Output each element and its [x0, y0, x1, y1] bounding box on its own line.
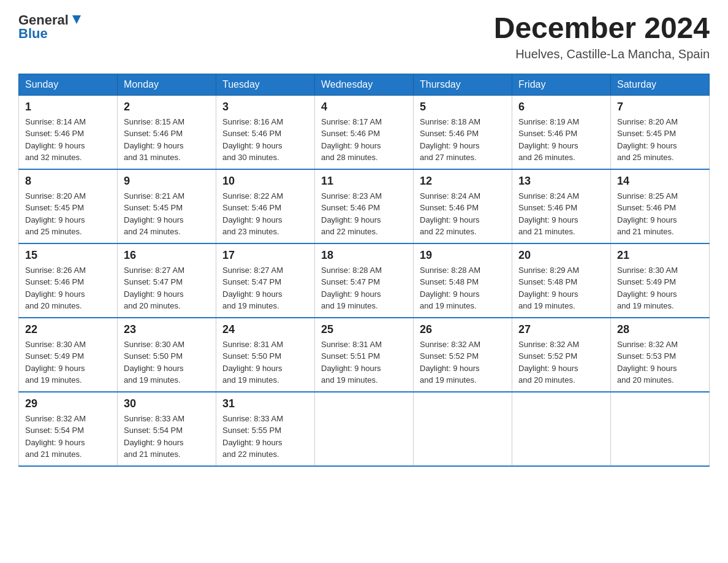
day-number: 26 [420, 323, 506, 336]
title-section: December 2024 Huelves, Castille-La Manch… [494, 12, 710, 61]
day-info: Sunrise: 8:32 AMSunset: 5:52 PMDaylight:… [420, 340, 480, 385]
table-row: 25 Sunrise: 8:31 AMSunset: 5:51 PMDaylig… [315, 318, 414, 392]
table-row: 22 Sunrise: 8:30 AMSunset: 5:49 PMDaylig… [19, 318, 118, 392]
table-row: 7 Sunrise: 8:20 AMSunset: 5:45 PMDayligh… [611, 95, 710, 169]
day-info: Sunrise: 8:28 AMSunset: 5:48 PMDaylight:… [420, 266, 480, 311]
week-row-2: 8 Sunrise: 8:20 AMSunset: 5:45 PMDayligh… [19, 169, 710, 243]
day-number: 28 [617, 323, 703, 336]
table-row: 3 Sunrise: 8:16 AMSunset: 5:46 PMDayligh… [216, 95, 315, 169]
table-row: 2 Sunrise: 8:15 AMSunset: 5:46 PMDayligh… [118, 95, 216, 169]
day-number: 9 [124, 175, 210, 188]
logo-triangle-icon [70, 13, 83, 26]
day-info: Sunrise: 8:23 AMSunset: 5:46 PMDaylight:… [321, 191, 382, 237]
page-header: General Blue December 2024 Huelves, Cast… [18, 12, 710, 61]
week-row-5: 29 Sunrise: 8:32 AMSunset: 5:54 PMDaylig… [19, 392, 710, 466]
week-row-3: 15 Sunrise: 8:26 AMSunset: 5:46 PMDaylig… [19, 243, 710, 318]
table-row: 21 Sunrise: 8:30 AMSunset: 5:49 PMDaylig… [611, 243, 710, 318]
day-number: 12 [420, 175, 506, 188]
table-row: 15 Sunrise: 8:26 AMSunset: 5:46 PMDaylig… [19, 243, 118, 318]
table-row: 18 Sunrise: 8:28 AMSunset: 5:47 PMDaylig… [315, 243, 414, 318]
table-row: 30 Sunrise: 8:33 AMSunset: 5:54 PMDaylig… [118, 392, 216, 466]
header-saturday: Saturday [611, 74, 710, 95]
day-info: Sunrise: 8:33 AMSunset: 5:55 PMDaylight:… [222, 414, 283, 459]
table-row [315, 392, 414, 466]
day-number: 23 [124, 323, 210, 336]
table-row: 10 Sunrise: 8:22 AMSunset: 5:46 PMDaylig… [216, 169, 315, 243]
calendar-table: Sunday Monday Tuesday Wednesday Thursday… [18, 74, 710, 467]
table-row: 13 Sunrise: 8:24 AMSunset: 5:46 PMDaylig… [512, 169, 611, 243]
table-row: 26 Sunrise: 8:32 AMSunset: 5:52 PMDaylig… [414, 318, 512, 392]
day-number: 30 [124, 397, 210, 410]
day-info: Sunrise: 8:32 AMSunset: 5:54 PMDaylight:… [25, 414, 86, 459]
day-number: 17 [222, 249, 308, 262]
table-row: 19 Sunrise: 8:28 AMSunset: 5:48 PMDaylig… [414, 243, 512, 318]
table-row: 24 Sunrise: 8:31 AMSunset: 5:50 PMDaylig… [216, 318, 315, 392]
day-number: 21 [617, 249, 703, 262]
table-row: 11 Sunrise: 8:23 AMSunset: 5:46 PMDaylig… [315, 169, 414, 243]
day-info: Sunrise: 8:22 AMSunset: 5:46 PMDaylight:… [222, 191, 283, 237]
table-row: 27 Sunrise: 8:32 AMSunset: 5:52 PMDaylig… [512, 318, 611, 392]
day-info: Sunrise: 8:33 AMSunset: 5:54 PMDaylight:… [124, 414, 184, 459]
table-row: 8 Sunrise: 8:20 AMSunset: 5:45 PMDayligh… [19, 169, 118, 243]
day-number: 22 [25, 323, 111, 336]
table-row: 23 Sunrise: 8:30 AMSunset: 5:50 PMDaylig… [118, 318, 216, 392]
day-info: Sunrise: 8:27 AMSunset: 5:47 PMDaylight:… [222, 266, 283, 311]
day-number: 1 [25, 101, 111, 113]
day-number: 20 [518, 249, 604, 262]
day-info: Sunrise: 8:30 AMSunset: 5:49 PMDaylight:… [25, 340, 86, 385]
day-number: 19 [420, 249, 506, 262]
table-row: 6 Sunrise: 8:19 AMSunset: 5:46 PMDayligh… [512, 95, 611, 169]
day-info: Sunrise: 8:24 AMSunset: 5:46 PMDaylight:… [420, 191, 480, 237]
day-number: 29 [25, 397, 111, 410]
day-info: Sunrise: 8:31 AMSunset: 5:51 PMDaylight:… [321, 340, 382, 385]
day-number: 6 [518, 101, 604, 113]
day-info: Sunrise: 8:18 AMSunset: 5:46 PMDaylight:… [420, 117, 480, 163]
header-thursday: Thursday [414, 74, 512, 95]
table-row: 20 Sunrise: 8:29 AMSunset: 5:48 PMDaylig… [512, 243, 611, 318]
table-row [414, 392, 512, 466]
table-row [512, 392, 611, 466]
table-row: 17 Sunrise: 8:27 AMSunset: 5:47 PMDaylig… [216, 243, 315, 318]
table-row: 4 Sunrise: 8:17 AMSunset: 5:46 PMDayligh… [315, 95, 414, 169]
header-monday: Monday [118, 74, 216, 95]
svg-marker-0 [72, 15, 81, 24]
day-info: Sunrise: 8:26 AMSunset: 5:46 PMDaylight:… [25, 266, 86, 311]
table-row: 31 Sunrise: 8:33 AMSunset: 5:55 PMDaylig… [216, 392, 315, 466]
table-row: 28 Sunrise: 8:32 AMSunset: 5:53 PMDaylig… [611, 318, 710, 392]
day-info: Sunrise: 8:30 AMSunset: 5:50 PMDaylight:… [124, 340, 184, 385]
day-info: Sunrise: 8:29 AMSunset: 5:48 PMDaylight:… [518, 266, 579, 311]
week-row-4: 22 Sunrise: 8:30 AMSunset: 5:49 PMDaylig… [19, 318, 710, 392]
day-number: 4 [321, 101, 407, 113]
table-row: 12 Sunrise: 8:24 AMSunset: 5:46 PMDaylig… [414, 169, 512, 243]
header-tuesday: Tuesday [216, 74, 315, 95]
day-number: 2 [124, 101, 210, 113]
day-info: Sunrise: 8:32 AMSunset: 5:53 PMDaylight:… [617, 340, 678, 385]
table-row: 14 Sunrise: 8:25 AMSunset: 5:46 PMDaylig… [611, 169, 710, 243]
table-row: 29 Sunrise: 8:32 AMSunset: 5:54 PMDaylig… [19, 392, 118, 466]
month-year-title: December 2024 [494, 12, 710, 45]
day-info: Sunrise: 8:19 AMSunset: 5:46 PMDaylight:… [518, 117, 579, 163]
day-number: 31 [222, 397, 308, 410]
day-info: Sunrise: 8:15 AMSunset: 5:46 PMDaylight:… [124, 117, 184, 163]
day-info: Sunrise: 8:24 AMSunset: 5:46 PMDaylight:… [518, 191, 579, 237]
day-info: Sunrise: 8:28 AMSunset: 5:47 PMDaylight:… [321, 266, 382, 311]
header-sunday: Sunday [19, 74, 118, 95]
day-number: 10 [222, 175, 308, 188]
day-info: Sunrise: 8:25 AMSunset: 5:46 PMDaylight:… [617, 191, 678, 237]
day-number: 8 [25, 175, 111, 188]
day-number: 18 [321, 249, 407, 262]
day-number: 15 [25, 249, 111, 262]
day-number: 11 [321, 175, 407, 188]
day-info: Sunrise: 8:16 AMSunset: 5:46 PMDaylight:… [222, 117, 283, 163]
day-info: Sunrise: 8:21 AMSunset: 5:45 PMDaylight:… [124, 191, 184, 237]
day-info: Sunrise: 8:30 AMSunset: 5:49 PMDaylight:… [617, 266, 678, 311]
week-row-1: 1 Sunrise: 8:14 AMSunset: 5:46 PMDayligh… [19, 95, 710, 169]
day-info: Sunrise: 8:32 AMSunset: 5:52 PMDaylight:… [518, 340, 579, 385]
header-friday: Friday [512, 74, 611, 95]
day-number: 14 [617, 175, 703, 188]
day-number: 24 [222, 323, 308, 336]
days-header-row: Sunday Monday Tuesday Wednesday Thursday… [19, 74, 710, 95]
day-info: Sunrise: 8:27 AMSunset: 5:47 PMDaylight:… [124, 266, 184, 311]
table-row: 16 Sunrise: 8:27 AMSunset: 5:47 PMDaylig… [118, 243, 216, 318]
day-info: Sunrise: 8:20 AMSunset: 5:45 PMDaylight:… [25, 191, 86, 237]
